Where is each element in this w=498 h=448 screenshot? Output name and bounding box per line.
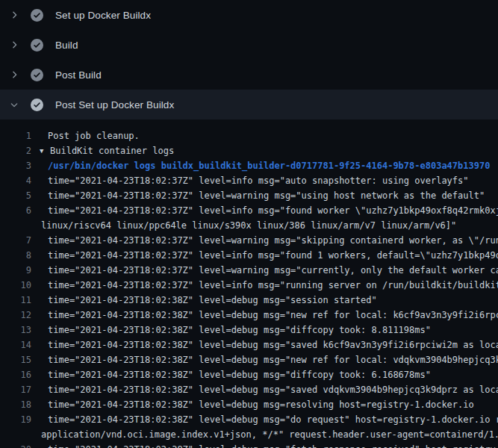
log-line-number[interactable]: 2 bbox=[0, 143, 31, 158]
log-line: 11time="2021-04-23T18:02:38Z" level=debu… bbox=[0, 293, 498, 308]
step-row-set-up-docker-buildx[interactable]: Set up Docker Buildx bbox=[0, 0, 498, 30]
step-title: Post Build bbox=[55, 69, 102, 81]
log-text: time="2021-04-23T18:02:38Z" level=debug … bbox=[40, 308, 498, 323]
log-line: 16time="2021-04-23T18:02:38Z" level=debu… bbox=[0, 367, 498, 382]
log-line: 6time="2021-04-23T18:02:37Z" level=info … bbox=[0, 203, 498, 218]
log-text: time="2021-04-23T18:02:37Z" level=warnin… bbox=[40, 263, 498, 278]
step-title: Post Set up Docker Buildx bbox=[55, 99, 174, 111]
step-list: Set up Docker BuildxBuildPost BuildPost … bbox=[0, 0, 498, 119]
step-title: Set up Docker Buildx bbox=[55, 10, 151, 21]
log-group-toggle[interactable]: ▼BuildKit container logs bbox=[40, 143, 498, 158]
chevron-right-icon[interactable] bbox=[8, 9, 20, 21]
chevron-right-icon[interactable] bbox=[8, 39, 20, 51]
log-line-number[interactable]: 14 bbox=[0, 337, 31, 352]
log-viewer: 1Post job cleanup.2▼BuildKit container l… bbox=[0, 119, 498, 448]
log-line-number[interactable]: 9 bbox=[0, 263, 31, 278]
log-line-number[interactable]: 18 bbox=[0, 397, 31, 412]
check-circle-icon bbox=[31, 69, 43, 81]
log-line-number[interactable]: 13 bbox=[0, 323, 31, 337]
check-circle-icon bbox=[31, 39, 43, 52]
log-line-number[interactable]: 19 bbox=[0, 412, 31, 427]
log-text: time="2021-04-23T18:02:38Z" level=debug … bbox=[40, 337, 498, 352]
log-line: 15time="2021-04-23T18:02:38Z" level=debu… bbox=[0, 352, 498, 367]
log-text: time="2021-04-23T18:02:37Z" level=info m… bbox=[40, 248, 498, 263]
step-title: Build bbox=[55, 40, 78, 51]
log-line-number[interactable]: 12 bbox=[0, 308, 31, 323]
check-circle-icon bbox=[31, 9, 43, 22]
log-line-number bbox=[0, 427, 31, 442]
log-line-number[interactable]: 5 bbox=[0, 188, 31, 203]
log-text: time="2021-04-23T18:02:37Z" level=warnin… bbox=[40, 233, 498, 248]
log-line: 18time="2021-04-23T18:02:38Z" level=debu… bbox=[0, 397, 498, 412]
chevron-right-icon[interactable] bbox=[8, 69, 20, 81]
log-line: 4time="2021-04-23T18:02:37Z" level=info … bbox=[0, 173, 498, 188]
log-text: time="2021-04-23T18:02:37Z" level=info m… bbox=[40, 278, 498, 293]
log-text: time="2021-04-23T18:02:38Z" level=debug … bbox=[40, 382, 498, 397]
log-text: time="2021-04-23T18:02:37Z" level=warnin… bbox=[40, 188, 498, 203]
log-line-number[interactable]: 1 bbox=[0, 128, 31, 143]
log-line-number bbox=[0, 218, 31, 233]
log-line: 10time="2021-04-23T18:02:37Z" level=info… bbox=[0, 278, 498, 293]
log-line: 13time="2021-04-23T18:02:38Z" level=debu… bbox=[0, 323, 498, 337]
check-circle-icon bbox=[31, 99, 43, 111]
log-line: 2▼BuildKit container logs bbox=[0, 143, 498, 158]
log-line: 14time="2021-04-23T18:02:38Z" level=debu… bbox=[0, 337, 498, 352]
log-text: linux/riscv64 linux/ppc64le linux/s390x … bbox=[40, 218, 498, 233]
log-line: 7time="2021-04-23T18:02:37Z" level=warni… bbox=[0, 233, 498, 248]
step-row-post-build[interactable]: Post Build bbox=[0, 60, 498, 90]
log-text: time="2021-04-23T18:02:38Z" level=debug … bbox=[40, 397, 498, 412]
log-line: 19time="2021-04-23T18:02:38Z" level=debu… bbox=[0, 412, 498, 427]
group-collapse-arrow-icon[interactable]: ▼ bbox=[40, 143, 50, 158]
log-line-number[interactable]: 6 bbox=[0, 203, 31, 218]
log-text: time="2021-04-23T18:02:38Z" level=debug … bbox=[40, 323, 498, 337]
log-line-number[interactable]: 8 bbox=[0, 248, 31, 263]
log-line-number[interactable]: 17 bbox=[0, 382, 31, 397]
log-text: Post job cleanup. bbox=[40, 128, 498, 143]
log-line-number[interactable]: 7 bbox=[0, 233, 31, 248]
log-line-number[interactable]: 20 bbox=[0, 442, 31, 448]
log-group-label: BuildKit container logs bbox=[50, 146, 174, 156]
step-row-post-set-up-docker-buildx[interactable]: Post Set up Docker Buildx bbox=[0, 90, 498, 119]
log-line: 12time="2021-04-23T18:02:38Z" level=debu… bbox=[0, 308, 498, 323]
log-line-number[interactable]: 10 bbox=[0, 278, 31, 293]
log-line: linux/riscv64 linux/ppc64le linux/s390x … bbox=[0, 218, 498, 233]
log-text: time="2021-04-23T18:02:38Z" level=debug … bbox=[40, 442, 498, 448]
log-text: application/vnd.oci.image.index.v1+json,… bbox=[40, 427, 498, 442]
log-text: time="2021-04-23T18:02:37Z" level=info m… bbox=[40, 173, 498, 188]
log-line: 9time="2021-04-23T18:02:37Z" level=warni… bbox=[0, 263, 498, 278]
log-line-number[interactable]: 16 bbox=[0, 367, 31, 382]
log-text: time="2021-04-23T18:02:38Z" level=debug … bbox=[40, 352, 498, 367]
log-text: time="2021-04-23T18:02:37Z" level=info m… bbox=[40, 203, 498, 218]
log-line-number[interactable]: 15 bbox=[0, 352, 31, 367]
chevron-down-icon[interactable] bbox=[8, 99, 20, 111]
step-row-build[interactable]: Build bbox=[0, 30, 498, 60]
log-line-number[interactable]: 11 bbox=[0, 293, 31, 308]
log-line: 1Post job cleanup. bbox=[0, 128, 498, 143]
log-line: 3/usr/bin/docker logs buildx_buildkit_bu… bbox=[0, 158, 498, 173]
log-line: 8time="2021-04-23T18:02:37Z" level=info … bbox=[0, 248, 498, 263]
log-text: time="2021-04-23T18:02:38Z" level=debug … bbox=[40, 412, 498, 427]
log-line: 20time="2021-04-23T18:02:38Z" level=debu… bbox=[0, 442, 498, 448]
log-line-number[interactable]: 3 bbox=[0, 158, 31, 173]
log-line: 5time="2021-04-23T18:02:37Z" level=warni… bbox=[0, 188, 498, 203]
actions-log-viewer: Set up Docker BuildxBuildPost BuildPost … bbox=[0, 0, 498, 448]
log-line-number[interactable]: 4 bbox=[0, 173, 31, 188]
log-text: time="2021-04-23T18:02:38Z" level=debug … bbox=[40, 367, 498, 382]
log-line: 17time="2021-04-23T18:02:38Z" level=debu… bbox=[0, 382, 498, 397]
log-text: time="2021-04-23T18:02:38Z" level=debug … bbox=[40, 293, 498, 308]
log-command-text: /usr/bin/docker logs buildx_buildkit_bui… bbox=[40, 158, 498, 173]
log-line: application/vnd.oci.image.index.v1+json,… bbox=[0, 427, 498, 442]
